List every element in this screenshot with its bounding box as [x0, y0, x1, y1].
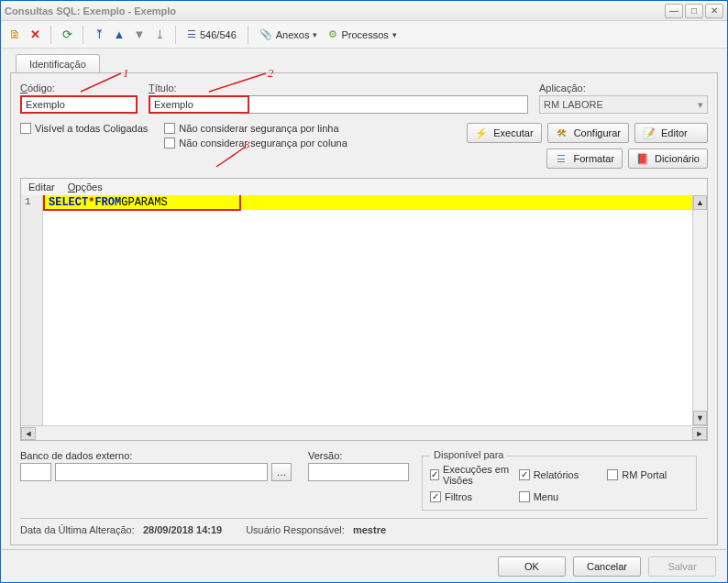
codigo-label: CCódigo:ódigo:	[20, 82, 138, 94]
line-gutter: 1	[21, 195, 43, 425]
menu-checkbox[interactable]: Menu	[519, 491, 601, 502]
close-button[interactable]: ✕	[705, 4, 723, 18]
disponivel-group: Disponível para Execuções em Visões Rela…	[422, 456, 697, 511]
banco-lookup-button[interactable]: …	[271, 463, 292, 481]
window: Consultas SQL: Exemplo - Exemplo — □ ✕ 🗎…	[0, 0, 728, 583]
aplicacao-label: Aplicação:	[539, 82, 708, 94]
prev-icon[interactable]: ▲	[111, 27, 127, 43]
filtros-checkbox[interactable]: Filtros	[430, 491, 512, 502]
bolt-icon: ⚡	[475, 127, 488, 139]
visivel-checkbox[interactable]: Visível a todas Coligadas	[20, 123, 148, 134]
dicionario-button[interactable]: 📕Dicionário	[628, 148, 708, 169]
last-icon[interactable]: ⤓	[151, 27, 168, 43]
menu-opcoes[interactable]: Opções	[68, 182, 103, 192]
anexos-label: Anexos	[276, 29, 310, 40]
titulo-input-highlight[interactable]	[149, 95, 249, 114]
record-counter: ☰ 546/546	[183, 28, 240, 40]
versao-input[interactable]	[308, 463, 409, 481]
dictionary-icon: 📕	[636, 153, 649, 165]
ok-button[interactable]: OK	[498, 556, 566, 577]
editor-body: 1 SELECT * FROM GPARAMS ▲ ▼	[21, 195, 707, 425]
next-icon[interactable]: ▼	[131, 27, 148, 43]
banco-input[interactable]	[55, 463, 268, 481]
cancelar-button[interactable]: Cancelar	[573, 556, 641, 577]
chevron-down-icon: ▾	[698, 99, 703, 111]
counter-icon: ☰	[187, 28, 196, 40]
banco-label: Banco de dados externo:	[20, 450, 295, 461]
line-number: 1	[21, 196, 42, 211]
tab-identificacao[interactable]: Identificação	[16, 54, 100, 73]
process-icon: ⚙	[328, 28, 337, 40]
usuario-label: Usuário Responsável:	[246, 524, 345, 535]
editor-menu: Editar Opções	[21, 179, 707, 195]
versao-label: Versão:	[308, 450, 409, 461]
scroll-up-icon[interactable]: ▲	[693, 195, 707, 210]
toolbar: 🗎 ✕ ⟳ ⤒ ▲ ▼ ⤓ ☰ 546/546 📎 Anexos ▾ ⚙ Pro…	[1, 21, 727, 49]
action-buttons: ⚡Executar 🛠Configurar 📝Editor ☰Formatar …	[451, 123, 708, 169]
menu-editar[interactable]: Editar	[28, 182, 55, 192]
counter-text: 546/546	[200, 29, 237, 40]
usuario-value: mestre	[353, 524, 386, 535]
vertical-scrollbar[interactable]: ▲ ▼	[692, 195, 707, 425]
editor-button[interactable]: 📝Editor	[634, 123, 708, 143]
anexos-menu[interactable]: 📎 Anexos ▾	[256, 28, 322, 40]
row-codigo-titulo: CCódigo:ódigo: Título: Aplicação: RM LAB…	[20, 82, 708, 114]
editor-icon: 📝	[643, 127, 656, 139]
relatorios-checkbox[interactable]: Relatórios	[519, 464, 601, 486]
data-alteracao-label: Data da Última Alteração:	[20, 524, 135, 535]
code-line-1: SELECT * FROM GPARAMS	[43, 195, 692, 210]
banco-code-input[interactable]	[20, 463, 51, 481]
maximize-button[interactable]: □	[685, 4, 703, 18]
formatar-button[interactable]: ☰Formatar	[546, 148, 623, 169]
format-icon: ☰	[555, 153, 568, 165]
scroll-right-icon[interactable]: ►	[692, 427, 707, 440]
new-icon[interactable]: 🗎	[6, 27, 23, 43]
salvar-button[interactable]: Salvar	[648, 556, 716, 577]
panel-identificacao: 1 2 CCódigo:ódigo: Título:	[10, 72, 718, 545]
chevron-down-icon: ▾	[313, 30, 317, 39]
executar-button[interactable]: ⚡Executar	[467, 123, 541, 143]
titulo-label: Título:	[149, 82, 528, 94]
window-title: Consultas SQL: Exemplo - Exemplo	[5, 6, 176, 16]
aplicacao-value: RM LABORE	[544, 99, 603, 110]
titlebar: Consultas SQL: Exemplo - Exemplo — □ ✕	[1, 1, 727, 21]
horizontal-scrollbar[interactable]: ◄ ►	[21, 425, 707, 440]
configurar-button[interactable]: 🛠Configurar	[547, 123, 629, 143]
nao-linha-checkbox[interactable]: Não considerar segurança por linha	[164, 123, 347, 134]
scroll-left-icon[interactable]: ◄	[21, 427, 36, 440]
processos-menu[interactable]: ⚙ Processos ▾	[325, 28, 400, 40]
data-alteracao-value: 28/09/2018 14:19	[143, 524, 222, 535]
row-options-buttons: Visível a todas Coligadas Não considerar…	[20, 123, 708, 169]
minimize-button[interactable]: —	[665, 4, 683, 18]
chevron-down-icon: ▾	[392, 30, 397, 39]
codigo-input[interactable]	[20, 95, 138, 114]
content-area: Identificação 1 2 CCódigo:ódigo:	[1, 49, 727, 549]
exec-visoes-checkbox[interactable]: Execuções em Visões	[430, 464, 512, 486]
tab-bar: Identificação	[16, 54, 718, 73]
scroll-down-icon[interactable]: ▼	[693, 411, 707, 425]
wrench-icon: 🛠	[556, 127, 568, 138]
attachment-icon: 📎	[259, 28, 272, 40]
refresh-icon[interactable]: ⟳	[59, 27, 75, 43]
dialog-buttons: OK Cancelar Salvar	[1, 549, 727, 582]
aplicacao-select[interactable]: RM LABORE ▾	[539, 95, 708, 114]
first-icon[interactable]: ⤒	[91, 27, 107, 43]
rm-portal-checkbox[interactable]: RM Portal	[607, 464, 689, 486]
titulo-input-rest[interactable]	[249, 95, 528, 114]
code-area[interactable]: SELECT * FROM GPARAMS	[43, 195, 692, 425]
delete-icon[interactable]: ✕	[27, 27, 43, 43]
sql-editor: Editar Opções 1 SELECT * FROM GPARAMS ▲ …	[20, 178, 708, 441]
processos-label: Processos	[341, 29, 388, 40]
footer-info: Data da Última Alteração: 28/09/2018 14:…	[20, 518, 708, 535]
nao-coluna-checkbox[interactable]: Não considerar segurança por coluna	[164, 138, 347, 148]
lower-row: Banco de dados externo: … Versão: Dispon…	[20, 450, 708, 511]
disponivel-legend: Disponível para	[430, 449, 507, 460]
window-controls: — □ ✕	[665, 4, 723, 18]
